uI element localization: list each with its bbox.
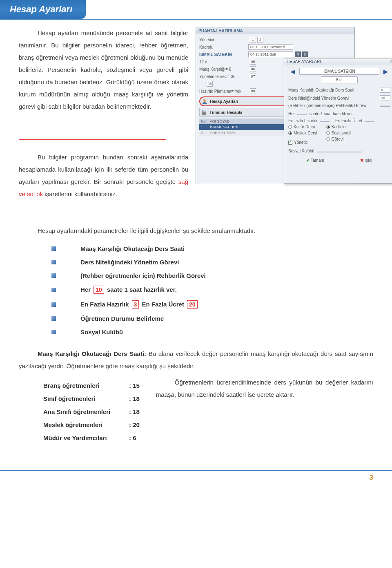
paragraph-5: Öğretmenlerin ücretlendirilmesinde ders …	[156, 376, 373, 401]
her-label-b: saate 1 saat hazırlık ver.	[310, 112, 354, 116]
enfazla-row: En fazla hazırlık En Fazla Ücret	[288, 119, 390, 123]
bullet-2: Ders Niteliğindeki Yönetim Görevi	[80, 259, 179, 266]
tr3-val: : 18	[129, 408, 140, 415]
enf-label-a: En fazla hazırlık	[288, 119, 317, 123]
field1-input[interactable]: 6	[380, 87, 390, 93]
ok-button[interactable]: ✔Tamam	[306, 158, 324, 163]
check-yonetici[interactable]: Yönetici	[288, 140, 317, 145]
row-hazirlik: Hazırlık Planlama= Yok	[199, 89, 248, 94]
radio-kultur[interactable]: Kültür Dersi	[288, 125, 317, 129]
b4-a: Her	[80, 286, 92, 293]
tumunu-hesapla-label: Tümünü Hesapla	[209, 110, 243, 115]
field1-label: Maaş Karşılığı Okutacağı Ders Saati	[288, 88, 380, 92]
radio-sozlesmeli[interactable]: Sözleşmeli	[326, 131, 351, 135]
ok-label: Tamam	[311, 158, 324, 163]
sosyal-label: Sosyal Kulübü	[288, 149, 314, 153]
svg-point-0	[203, 99, 206, 102]
radio-gorevli[interactable]: Görevli	[326, 137, 351, 141]
b4-box: 10	[94, 286, 104, 294]
paragraph-1: Hesap ayarları menüsünde personele ait s…	[19, 27, 188, 113]
dialog-title: HESAP AYARLARI	[287, 59, 321, 64]
cell-x1: X	[295, 51, 301, 57]
bullet-4: Her 10 saate 1 saat hazırlık ver.	[80, 286, 177, 294]
p2-text-b: işaretlerini kullanabilirsiniz.	[43, 190, 117, 197]
check-yonetici-label: Yönetici	[294, 140, 309, 145]
cancel-button[interactable]: ✖İptal	[360, 158, 372, 163]
tr2-key: Sınıf öğretmenleri	[43, 395, 129, 402]
col-no: No	[199, 119, 208, 124]
row2-no: 2	[199, 130, 208, 136]
b5-a: En Fazla Hazırlık	[80, 301, 131, 308]
radio-meslek[interactable]: Meslek Dersi	[288, 131, 317, 135]
tr2-val: : 18	[129, 395, 140, 402]
values-table: Branş öğretmenleri: 15 Sınıf öğretmenler…	[43, 382, 140, 447]
tr1-key: Branş öğretmenleri	[43, 382, 129, 389]
paragraph-2: Bu bilgiler programın bundan sonraki aşa…	[19, 151, 188, 200]
bullet-1: Maaş Karşılığı Okutacağı Ders Saati	[80, 245, 185, 252]
radio-sozlesmeli-label: Sözleşmeli	[332, 131, 351, 135]
b5-box1: 3	[132, 300, 139, 309]
cancel-label: İptal	[365, 158, 372, 163]
check-icon: ✔	[306, 158, 310, 163]
date-2: 04.10.2011 Salı	[248, 51, 293, 57]
bullet-3: (Rehber öğretmenler için) Rehberlik Göre…	[80, 272, 206, 279]
row-kadrolu: Kadrolu	[199, 45, 248, 49]
tr1-val: : 15	[129, 382, 140, 389]
row1-no: 1	[199, 124, 208, 130]
field2-label: Ders Niteliğindeki Yönetim Görevi	[288, 96, 380, 101]
bullet-7: Sosyal Kulübü	[80, 329, 123, 335]
next-arrow-icon[interactable]: ▶	[381, 68, 390, 75]
p2-text-a: Bu bilgiler programın bundan sonraki aşa…	[19, 154, 188, 185]
sosyal-input[interactable]	[317, 152, 362, 152]
bullet-icon	[51, 316, 56, 321]
person-sub-field: 8 d.	[321, 76, 358, 83]
row-maas: Maaş Karşılığı= 6	[199, 67, 248, 72]
radio-kadrolu[interactable]: Kadrolu	[326, 125, 351, 129]
date-1: 03.10.2011 Pazartesi	[248, 44, 293, 50]
day-07: 07	[250, 74, 256, 79]
enf-label-b: En Fazla Ücret	[335, 119, 362, 123]
paragraph-3: Hesap ayarlarındaki parametreler ile ilg…	[19, 225, 373, 237]
row-yonetim: Yönetim Görevi= 30	[199, 74, 248, 79]
prev-arrow-icon[interactable]: ◀	[288, 68, 298, 75]
hesap-ayarlari-label: Hesap Ayarları	[210, 99, 238, 104]
row-name: İSMAİL SATEKİN	[199, 52, 248, 57]
hesap-ayarlari-dialog: HESAP AYARLARI × ◀ İSMAİL SATEKİN ▶ 8 d.	[284, 58, 392, 184]
b4-b: saate 1 saat hazırlık ver.	[105, 286, 177, 293]
enf-input-1[interactable]	[320, 121, 330, 122]
app-window-title: PUANTAJ HAZIRLAMA	[196, 27, 354, 34]
person-name-field: İSMAİL SATEKİN	[299, 68, 379, 75]
page-title: Hesap Ayarları	[0, 0, 86, 19]
field3-input[interactable]	[380, 105, 390, 107]
user-icon	[202, 98, 207, 104]
enf-input-2[interactable]	[365, 121, 374, 122]
her-input[interactable]	[297, 114, 307, 115]
col-num-2: 2	[257, 37, 263, 42]
close-icon[interactable]: ×	[390, 59, 392, 64]
bullet-icon	[51, 330, 56, 334]
day-08: 08	[207, 81, 213, 87]
cell-x2: X	[302, 51, 308, 57]
tr3-key: Ana Sınıfı öğretmenleri	[43, 408, 129, 415]
radio-meslek-label: Meslek Dersi	[294, 131, 317, 135]
row-12d: 12 d.	[199, 60, 248, 64]
tr5-val: : 6	[129, 434, 136, 441]
embedded-screenshot: PUANTAJ HAZIRLAMA Yönetici 1 2 Kadrolu 0…	[196, 27, 392, 184]
her-row: Her saate 1 saat hazırlık ver.	[288, 112, 390, 116]
tr4-key: Meslek öğretmenleri	[43, 421, 129, 428]
row-yonetici: Yönetici	[199, 38, 248, 42]
field3-label: (Rehber öğretmenler için) Rehberlik Göre…	[288, 103, 380, 108]
tr5-key: Müdür ve Yardımcıları	[43, 434, 129, 441]
bullet-5: En Fazla Hazırlık 3 En Fazla Ücret 20	[80, 300, 199, 309]
day-06: 06	[250, 66, 256, 72]
b5-box2: 20	[187, 300, 198, 309]
x-icon: ✖	[360, 158, 363, 163]
field2-input[interactable]: 30	[380, 95, 390, 101]
bullet-icon	[51, 273, 56, 278]
tr4-val: : 20	[129, 421, 140, 428]
day-05: 05	[250, 59, 256, 65]
radio-kadrolu-label: Kadrolu	[332, 125, 345, 129]
her-label-a: Her	[288, 112, 295, 116]
paragraph-4: Maaş Karşılığı Okutacağı Ders Saati: Bu …	[19, 348, 373, 372]
svg-rect-2	[203, 110, 206, 112]
